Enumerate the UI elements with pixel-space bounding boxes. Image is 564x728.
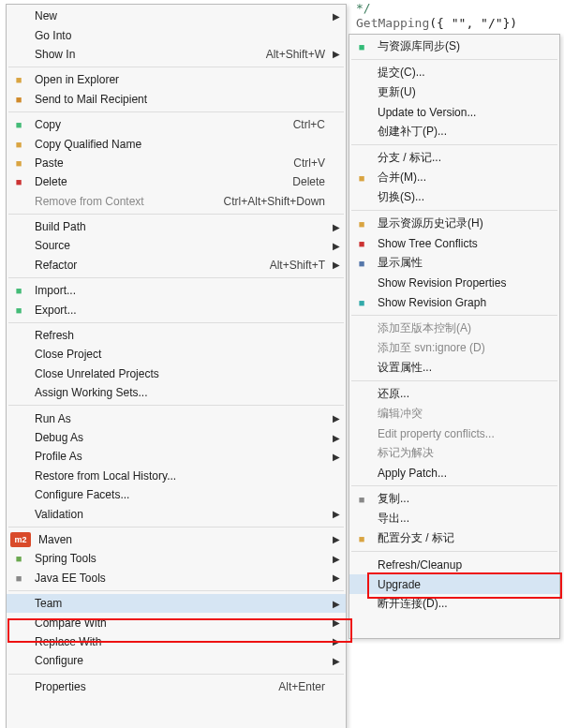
ctx-item-label: Assign Working Sets... (35, 386, 325, 399)
ctx-item-new[interactable]: New▶ (7, 7, 346, 25)
ctx-item-maven[interactable]: m2Maven▶ (7, 530, 346, 549)
team-item-branchtag[interactable]: 分支 / 标记...▶ (349, 148, 559, 168)
graph-icon: ■ (353, 295, 370, 310)
ctx-item-copy[interactable]: ■CopyCtrl+C▶ (7, 115, 346, 134)
ctx-item-closeunrel[interactable]: Close Unrelated Projects▶ (7, 364, 346, 383)
ctx-item-validation[interactable]: Validation▶ (7, 504, 346, 523)
accelerator: Ctrl+V (293, 156, 325, 170)
team-item-editconf: 编辑冲突▶ (349, 404, 559, 423)
ctx-item-showin[interactable]: Show InAlt+Shift+W▶ (7, 45, 346, 64)
blank-icon (353, 321, 370, 336)
team-item-label: 提交(C)... (378, 65, 539, 81)
submenu-arrow-icon: ▶ (331, 452, 340, 462)
team-item-label: 复制... (378, 491, 539, 507)
ctx-item-team[interactable]: Team▶ (7, 594, 346, 613)
blank-icon (353, 361, 370, 376)
ctx-item-closeproj[interactable]: Close Project▶ (7, 345, 346, 364)
ctx-item-import[interactable]: ■Import...▶ (7, 281, 346, 300)
team-item-setprop[interactable]: 设置属性...▶ (349, 358, 559, 378)
team-item-label: 标记为解决 (378, 445, 539, 461)
team-item-treeconf[interactable]: ■Show Tree Conflicts▶ (349, 233, 559, 253)
blank-icon (353, 466, 370, 481)
team-item-applypatch[interactable]: Apply Patch...▶ (349, 463, 559, 483)
ctx-item-refactor[interactable]: RefactorAlt+Shift+T▶ (7, 256, 346, 275)
ctx-item-profileas[interactable]: Profile As▶ (7, 447, 346, 466)
ctx-item-replacewith[interactable]: Replace With▶ (7, 632, 346, 651)
team-item-exportsub[interactable]: 导出...▶ (349, 509, 559, 528)
ctx-item-refresh[interactable]: Refresh▶ (7, 326, 346, 345)
ctx-item-configure[interactable]: Configure▶ (7, 651, 346, 670)
ctx-item-label: Send to Mail Recipient (35, 93, 325, 106)
accelerator: Alt+Shift+T (270, 259, 325, 272)
team-item-upgrade[interactable]: Upgrade▶ (349, 574, 559, 594)
submenu-arrow-icon: ▶ (331, 656, 340, 666)
accelerator: Delete (292, 175, 325, 188)
ctx-item-label: Team (35, 597, 325, 610)
ctx-item-javaeetools[interactable]: ■Java EE Tools▶ (7, 569, 346, 587)
ctx-item-configfacets[interactable]: Configure Facets...▶ (7, 485, 346, 504)
ctx-item-sendmail[interactable]: ■Send to Mail Recipient▶ (7, 90, 346, 109)
blank-icon (353, 85, 370, 100)
team-item-updtover[interactable]: Update to Version...▶ (349, 102, 559, 122)
team-item-label: 更新(U) (378, 84, 539, 100)
ctx-item-label: Copy Qualified Name (35, 138, 325, 151)
ctx-separator (8, 322, 344, 323)
team-item-label: 创建补丁(P)... (378, 124, 539, 140)
team-item-switch[interactable]: 切换(S)...▶ (349, 187, 559, 207)
ctx-item-label: Properties (35, 680, 269, 693)
ctx-item-export[interactable]: ■Export...▶ (7, 300, 346, 319)
blank-icon (353, 275, 370, 290)
team-item-disconnect[interactable]: 断开连接(D)...▶ (349, 594, 559, 614)
team-item-label: 配置分支 / 标记 (378, 530, 539, 546)
ctx-item-openexplorer[interactable]: ■Open in Explorer▶ (7, 70, 346, 89)
team-item-merge[interactable]: ■合并(M)...▶ (349, 168, 559, 187)
blank-icon (10, 430, 27, 445)
blank-icon (10, 634, 27, 649)
team-item-refreshclean[interactable]: Refresh/Cleanup▶ (349, 555, 559, 574)
team-item-revprops[interactable]: Show Revision Properties▶ (349, 273, 559, 292)
team-item-copyto[interactable]: ■复制...▶ (349, 489, 559, 509)
team-item-revert[interactable]: 还原...▶ (349, 384, 559, 404)
team-item-label: Refresh/Cleanup (378, 558, 539, 572)
ctx-item-label: Compare With (35, 617, 325, 630)
ctx-item-label: Java EE Tools (35, 572, 325, 585)
ctx-item-source[interactable]: Source▶ (7, 236, 346, 255)
ctx-item-buildpath[interactable]: Build Path▶ (7, 217, 346, 236)
blank-icon (10, 258, 27, 273)
ctx-item-label: Close Unrelated Projects (35, 367, 325, 380)
blank-icon (353, 387, 370, 402)
submenu-arrow-icon: ▶ (331, 222, 340, 232)
ctx-item-copyqn[interactable]: ■Copy Qualified Name▶ (7, 134, 346, 153)
team-item-cfgbranch[interactable]: ■配置分支 / 标记▶ (349, 528, 559, 548)
ctx-item-gointo[interactable]: Go Into▶ (7, 25, 346, 44)
team-item-update[interactable]: 更新(U)▶ (349, 82, 559, 102)
blank-icon (353, 190, 370, 205)
ctx-item-restorehist[interactable]: Restore from Local History...▶ (7, 467, 346, 485)
team-item-commit[interactable]: 提交(C)...▶ (349, 63, 559, 82)
ctx-item-paste[interactable]: ■PasteCtrl+V▶ (7, 154, 346, 172)
submenu-arrow-icon: ▶ (331, 260, 340, 270)
blank-icon (10, 328, 27, 343)
team-item-label: Show Revision Graph (378, 296, 539, 309)
team-separator (351, 144, 557, 145)
ctx-item-runas[interactable]: Run As▶ (7, 409, 346, 427)
team-item-showhist[interactable]: ■显示资源历史记录(H)▶ (349, 214, 559, 233)
ctx-item-label: Show In (35, 48, 257, 61)
context-menu[interactable]: New▶Go Into▶Show InAlt+Shift+W▶■Open in … (6, 4, 347, 728)
team-item-showprops[interactable]: ■显示属性▶ (349, 253, 559, 273)
blank-icon (10, 487, 27, 502)
ctx-item-comparewith[interactable]: Compare With▶ (7, 613, 346, 631)
team-submenu[interactable]: ■与资源库同步(S)▶提交(C)...▶更新(U)▶Update to Vers… (349, 34, 560, 639)
ctx-item-properties[interactable]: PropertiesAlt+Enter▶ (7, 677, 346, 696)
team-item-label: 导出... (378, 511, 539, 527)
blank-icon (353, 577, 370, 592)
blank-icon (10, 679, 27, 694)
team-item-syncrepo[interactable]: ■与资源库同步(S)▶ (349, 37, 559, 56)
team-item-revgraph[interactable]: ■Show Revision Graph▶ (349, 292, 559, 312)
ctx-item-spring[interactable]: ■Spring Tools▶ (7, 549, 346, 568)
ctx-item-delete[interactable]: ■DeleteDelete▶ (7, 172, 346, 191)
blank-icon (10, 596, 27, 611)
ctx-item-assignws[interactable]: Assign Working Sets...▶ (7, 383, 346, 402)
ctx-item-debugas[interactable]: Debug As▶ (7, 428, 346, 447)
team-item-createpatch[interactable]: 创建补丁(P)...▶ (349, 122, 559, 141)
